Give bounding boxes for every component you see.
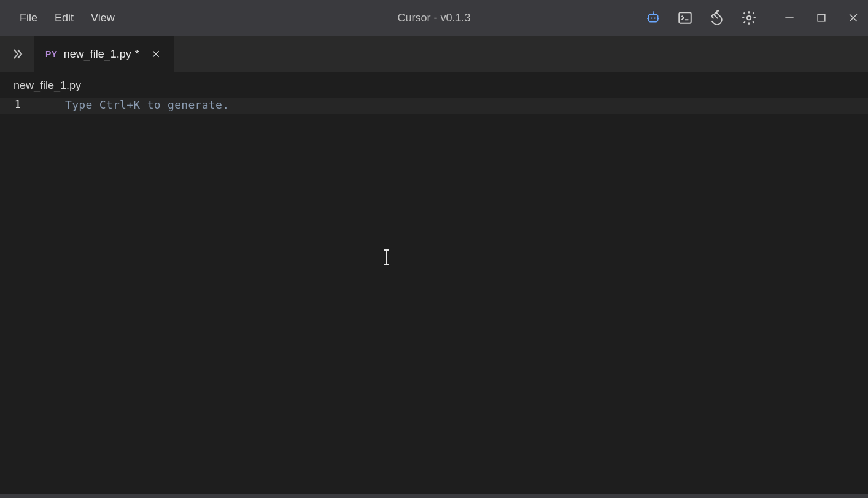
editor-area[interactable]: 1 Type Ctrl+K to generate. bbox=[0, 98, 868, 494]
close-window-icon[interactable] bbox=[845, 9, 862, 26]
svg-point-4 bbox=[653, 11, 654, 12]
tab-active[interactable]: PY new_file_1.py * bbox=[34, 36, 174, 72]
tab-filename: new_file_1.py bbox=[64, 48, 131, 61]
menu-bar: File Edit View bbox=[11, 7, 123, 29]
titlebar-actions bbox=[645, 9, 862, 26]
wave-hand-icon[interactable] bbox=[708, 9, 726, 26]
chevrons-right-icon[interactable] bbox=[0, 36, 34, 72]
window-controls bbox=[781, 9, 862, 26]
tab-bar: PY new_file_1.py * bbox=[0, 36, 868, 72]
svg-point-9 bbox=[747, 16, 751, 20]
bot-icon[interactable] bbox=[645, 9, 662, 26]
svg-rect-11 bbox=[818, 14, 825, 21]
breadcrumb[interactable]: new_file_1.py bbox=[0, 72, 868, 98]
line-number: 1 bbox=[0, 98, 32, 111]
filetype-badge: PY bbox=[45, 49, 58, 59]
svg-rect-7 bbox=[679, 12, 691, 23]
breadcrumb-path: new_file_1.py bbox=[14, 79, 81, 92]
menu-file[interactable]: File bbox=[11, 7, 46, 29]
status-bar bbox=[0, 494, 868, 498]
minimize-icon[interactable] bbox=[781, 9, 798, 26]
gear-icon[interactable] bbox=[740, 9, 758, 26]
window-title: Cursor - v0.1.3 bbox=[397, 12, 470, 25]
placeholder-hint: Type Ctrl+K to generate. bbox=[32, 98, 229, 111]
maximize-icon[interactable] bbox=[813, 9, 830, 26]
text-cursor bbox=[386, 251, 387, 264]
dirty-indicator: * bbox=[135, 48, 139, 61]
titlebar: File Edit View Cursor - v0.1.3 bbox=[0, 0, 868, 36]
editor-line: 1 Type Ctrl+K to generate. bbox=[0, 98, 868, 114]
menu-view[interactable]: View bbox=[82, 7, 123, 29]
menu-edit[interactable]: Edit bbox=[46, 7, 82, 29]
close-tab-icon[interactable] bbox=[149, 47, 163, 61]
svg-point-1 bbox=[651, 17, 652, 18]
terminal-icon[interactable] bbox=[676, 9, 694, 26]
svg-point-2 bbox=[654, 17, 656, 18]
svg-rect-0 bbox=[648, 15, 657, 22]
